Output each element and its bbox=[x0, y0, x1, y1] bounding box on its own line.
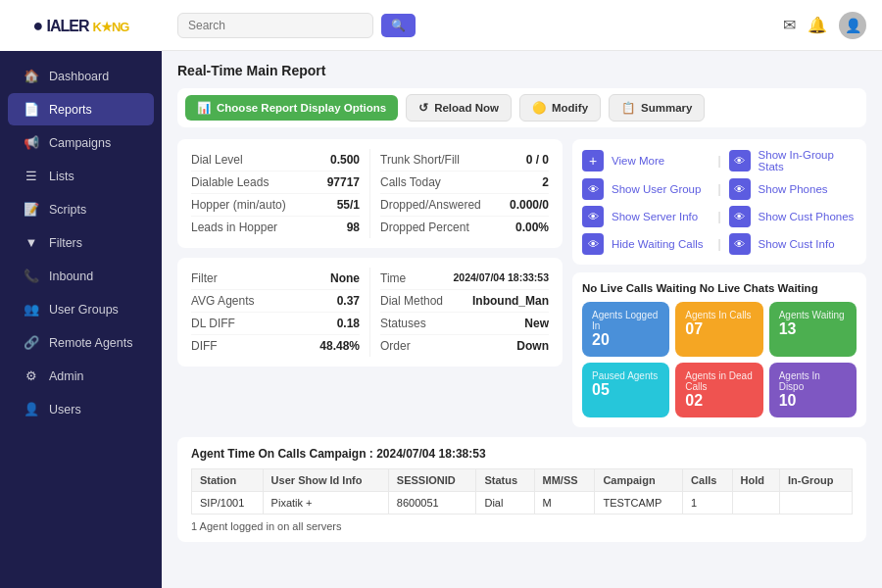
agent-card-logged-in: Agents Logged In 20 bbox=[582, 302, 669, 357]
metric-dropped-percent: Dropped Percent 0.00% bbox=[380, 217, 549, 238]
metric-dial-method: Dial Method Inbound_Man bbox=[380, 290, 549, 313]
topbar: 🔍 ✉ 🔔 👤 bbox=[162, 0, 882, 51]
hide-waiting-link[interactable]: Hide Waiting Calls bbox=[612, 238, 710, 250]
right-btn-row-2: 👁 Show User Group | 👁 Show Phones bbox=[582, 178, 857, 200]
toolbar: 📊 Choose Report Display Options ↺ Reload… bbox=[177, 88, 866, 127]
cell-mmss: M bbox=[534, 492, 595, 514]
right-btn-row-4: 👁 Hide Waiting Calls | 👁 Show Cust Info bbox=[582, 233, 857, 255]
metric-dl-diff: DL DIFF 0.18 bbox=[191, 313, 360, 335]
col-station: Station bbox=[192, 469, 264, 492]
sidebar-item-label: Remote Agents bbox=[49, 336, 132, 350]
main-content: 🔍 ✉ 🔔 👤 Real-Time Main Report 📊 Choose R… bbox=[162, 0, 882, 588]
show-phones-link[interactable]: Show Phones bbox=[759, 183, 857, 195]
agent-table-section: Agent Time On Calls Campaign : 2024/07/0… bbox=[177, 437, 866, 542]
agent-card-paused: Paused Agents 05 bbox=[582, 363, 669, 417]
metric-filter: Filter None bbox=[191, 268, 360, 290]
sidebar-item-campaigns[interactable]: 📢 Campaigns bbox=[8, 126, 154, 159]
user-groups-icon: 👥 bbox=[24, 302, 39, 317]
col-session: SESSIONID bbox=[388, 469, 476, 492]
sidebar-item-user-groups[interactable]: 👥 User Groups bbox=[8, 293, 154, 325]
metric-order: Order Down bbox=[380, 335, 549, 357]
metric-hopper: Hopper (min/auto) 55/1 bbox=[191, 194, 360, 217]
show-ingroup-link[interactable]: Show In-Group Stats bbox=[759, 149, 857, 172]
metric-trunk: Trunk Short/Fill 0 / 0 bbox=[380, 149, 549, 172]
table-row: SIP/1001 Pixatik + 8600051 Dial M TESTCA… bbox=[192, 492, 853, 514]
reload-button[interactable]: ↺ Reload Now bbox=[406, 94, 512, 122]
metric-diff: DIFF 48.48% bbox=[191, 335, 360, 357]
metric-time: Time 2024/07/04 18:33:53 bbox=[380, 268, 549, 290]
hide-waiting-eye-button[interactable]: 👁 bbox=[582, 233, 604, 255]
cell-status: Dial bbox=[476, 492, 534, 514]
view-more-plus-button[interactable]: + bbox=[582, 150, 604, 172]
cell-station: SIP/1001 bbox=[192, 492, 264, 514]
metric-calls-today: Calls Today 2 bbox=[380, 172, 549, 194]
col-in-group: In-Group bbox=[779, 469, 852, 492]
sidebar-item-filters[interactable]: ▼ Filters bbox=[8, 226, 154, 259]
sidebar-item-label: Reports bbox=[49, 103, 92, 117]
mail-icon[interactable]: ✉ bbox=[783, 16, 796, 34]
sidebar-item-admin[interactable]: ⚙ Admin bbox=[8, 360, 154, 392]
show-cust-info-link[interactable]: Show Cust Info bbox=[759, 238, 857, 250]
sidebar-item-inbound[interactable]: 📞 Inbound bbox=[8, 260, 154, 292]
sidebar-item-label: Scripts bbox=[49, 203, 86, 217]
two-col-layout: Dial Level 0.500 Dialable Leads 97717 Ho… bbox=[177, 139, 866, 427]
agent-table: Station User Show Id Info SESSIONID Stat… bbox=[191, 468, 853, 514]
agent-card-waiting: Agents Waiting 13 bbox=[769, 302, 857, 357]
remote-agents-icon: 🔗 bbox=[24, 335, 39, 350]
live-title: No Live Calls Waiting No Live Chats Wait… bbox=[582, 282, 857, 294]
choose-report-button[interactable]: 📊 Choose Report Display Options bbox=[185, 95, 398, 121]
cell-in-group bbox=[779, 492, 852, 514]
sidebar-item-remote-agents[interactable]: 🔗 Remote Agents bbox=[8, 326, 154, 359]
agent-footer: 1 Agent logged in on all servers bbox=[191, 520, 853, 532]
cell-user-show: Pixatik + bbox=[263, 492, 388, 514]
sidebar-item-scripts[interactable]: 📝 Scripts bbox=[8, 193, 154, 225]
search-input[interactable] bbox=[188, 19, 325, 32]
inbound-icon: 📞 bbox=[24, 269, 39, 283]
metrics-box-2: Filter None AVG Agents 0.37 DL DIFF 0.18 bbox=[177, 258, 563, 367]
show-cust-info-eye-button[interactable]: 👁 bbox=[729, 233, 751, 255]
show-cust-phones-eye-button[interactable]: 👁 bbox=[729, 206, 751, 227]
sidebar-navigation: 🏠 Dashboard 📄 Reports 📢 Campaigns ☰ List… bbox=[0, 51, 162, 588]
sidebar: ● IALER K★NG 🏠 Dashboard 📄 Reports 📢 Cam… bbox=[0, 0, 162, 588]
show-server-eye-button[interactable]: 👁 bbox=[582, 206, 604, 227]
sidebar-item-reports[interactable]: 📄 Reports bbox=[8, 93, 154, 125]
avatar[interactable]: 👤 bbox=[839, 12, 866, 39]
sidebar-logo: ● IALER K★NG bbox=[0, 0, 162, 51]
agent-card-dead-calls: Agents in Dead Calls 02 bbox=[675, 363, 762, 417]
sidebar-item-label: Users bbox=[49, 403, 81, 416]
cell-session: 8600051 bbox=[388, 492, 476, 514]
topbar-actions: ✉ 🔔 👤 bbox=[783, 12, 866, 39]
show-server-link[interactable]: Show Server Info bbox=[612, 211, 710, 222]
sidebar-item-lists[interactable]: ☰ Lists bbox=[8, 160, 154, 192]
show-ingroup-eye-button[interactable]: 👁 bbox=[729, 150, 751, 172]
search-button[interactable]: 🔍 bbox=[381, 14, 416, 37]
sidebar-item-users[interactable]: 👤 Users bbox=[8, 393, 154, 425]
agent-card-in-calls: Agents In Calls 07 bbox=[675, 302, 762, 357]
search-container bbox=[177, 13, 373, 38]
sidebar-item-dashboard[interactable]: 🏠 Dashboard bbox=[8, 60, 154, 92]
cell-hold bbox=[732, 492, 779, 514]
sidebar-item-label: Inbound bbox=[49, 270, 93, 283]
modify-icon: 🟡 bbox=[532, 101, 546, 115]
summary-button[interactable]: 📋 Summary bbox=[609, 94, 705, 122]
show-phones-eye-button[interactable]: 👁 bbox=[729, 178, 751, 200]
sidebar-item-label: Filters bbox=[49, 236, 82, 250]
show-user-group-eye-button[interactable]: 👁 bbox=[582, 178, 604, 200]
view-more-link[interactable]: View More bbox=[612, 155, 710, 167]
agent-cards: Agents Logged In 20 Agents In Calls 07 A… bbox=[582, 302, 857, 417]
chart-icon: 📊 bbox=[197, 101, 211, 115]
live-section: No Live Calls Waiting No Live Chats Wait… bbox=[572, 272, 866, 427]
bell-icon[interactable]: 🔔 bbox=[808, 16, 827, 34]
left-panel: Dial Level 0.500 Dialable Leads 97717 Ho… bbox=[177, 139, 563, 427]
lists-icon: ☰ bbox=[24, 169, 39, 183]
modify-button[interactable]: 🟡 Modify bbox=[519, 94, 601, 122]
col-calls: Calls bbox=[683, 469, 733, 492]
metric-statuses: Statuses New bbox=[380, 313, 549, 335]
col-user-show: User Show Id Info bbox=[263, 469, 388, 492]
page-title: Real-Time Main Report bbox=[177, 63, 866, 78]
show-cust-phones-link[interactable]: Show Cust Phones bbox=[759, 211, 857, 222]
sidebar-item-label: User Groups bbox=[49, 303, 119, 317]
home-icon: 🏠 bbox=[24, 69, 39, 83]
metric-dialable-leads: Dialable Leads 97717 bbox=[191, 172, 360, 194]
show-user-group-link[interactable]: Show User Group bbox=[612, 183, 710, 195]
